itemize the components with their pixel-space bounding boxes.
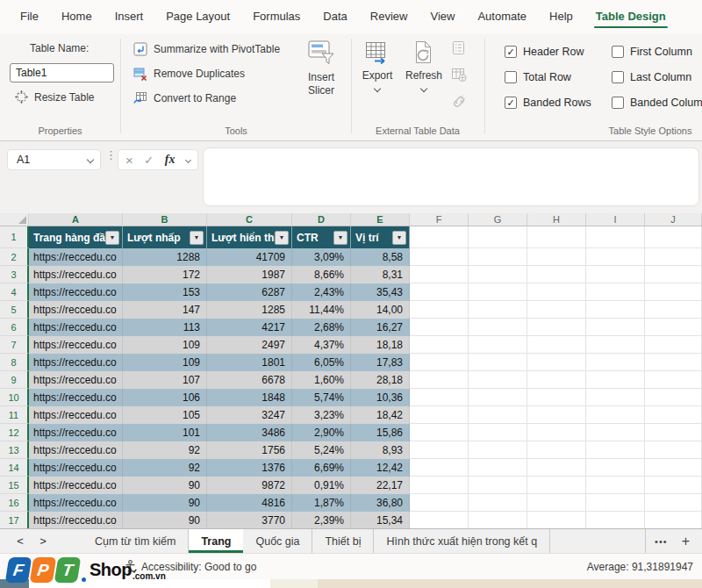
cell[interactable]: 15,86 [351,424,410,441]
cell[interactable]: https://reccedu.co [29,319,123,336]
cell[interactable] [410,512,469,528]
cell[interactable] [586,441,645,459]
cell[interactable] [645,441,702,459]
checkbox-last-column[interactable]: Last Column [612,70,702,84]
cell[interactable]: https://reccedu.co [29,371,123,389]
cell[interactable] [645,406,702,424]
cell[interactable]: 109 [123,336,207,354]
row-header-10[interactable]: 10 [0,389,29,406]
cell[interactable]: 92 [123,459,207,477]
sheet-tab-qu-c-gia[interactable]: Quốc gia [243,529,312,553]
cell[interactable] [410,406,469,424]
table-header-cell-trang-h-ng-u[interactable]: Trang hàng đầu▼ [29,226,123,248]
cell[interactable] [527,248,586,266]
filter-button[interactable]: ▼ [105,231,119,245]
formula-bar-handle[interactable]: ⋮ [105,153,117,158]
table-header-cell-l-t-nh-p[interactable]: Lượt nhấp▼ [123,226,207,248]
cell[interactable]: 3770 [207,512,292,528]
cell[interactable] [586,406,645,424]
cell[interactable] [410,283,469,301]
cell[interactable] [586,389,645,406]
row-header-1[interactable]: 1 [0,226,29,248]
menu-tab-view[interactable]: View [419,0,466,33]
cell[interactable] [527,371,586,389]
cell[interactable] [645,494,702,512]
cell[interactable]: 0,91% [292,477,351,494]
cell[interactable]: 90 [123,477,207,494]
cell[interactable]: 14,00 [351,301,410,319]
convert-to-range-button[interactable]: Convert to Range [133,91,236,105]
cell[interactable]: 18,42 [351,406,410,424]
cell[interactable] [410,424,469,441]
cell[interactable]: https://reccedu.co [29,389,123,406]
cell[interactable]: 2,68% [292,319,351,336]
cell[interactable]: 172 [123,266,207,283]
column-header-G[interactable]: G [469,213,527,226]
cell[interactable] [586,266,645,283]
cell[interactable]: 101 [123,424,207,441]
cell[interactable]: https://reccedu.co [29,301,123,319]
cell[interactable] [645,319,702,336]
cell[interactable] [469,389,527,406]
cell[interactable]: 8,31 [351,266,410,283]
cell[interactable] [645,371,702,389]
cell[interactable]: https://reccedu.co [29,336,123,354]
cell[interactable]: 1756 [207,441,292,459]
row-header-15[interactable]: 15 [0,477,29,494]
row-header-6[interactable]: 6 [0,319,29,336]
cell[interactable]: 147 [123,301,207,319]
column-header-D[interactable]: D [292,213,351,226]
menu-tab-help[interactable]: Help [538,0,584,33]
table-properties-button[interactable] [451,40,467,55]
menu-tab-file[interactable]: File [9,0,50,33]
cell[interactable] [586,512,645,528]
cell[interactable]: 106 [123,389,207,406]
table-header-cell-v-tr[interactable]: Vị trí▼ [351,226,410,248]
column-header-B[interactable]: B [123,213,207,226]
filter-button[interactable]: ▼ [333,231,347,245]
cell[interactable]: 4816 [207,494,292,512]
row-header-3[interactable]: 3 [0,266,29,283]
cell[interactable] [586,477,645,494]
sheet-tab-trang[interactable]: Trang [189,529,243,553]
cell[interactable] [410,389,469,406]
refresh-button[interactable]: Refresh [402,40,446,91]
cell[interactable] [410,248,469,266]
sheet-tab-thi-t-b[interactable]: Thiết bị [312,529,374,553]
cell[interactable] [469,283,527,301]
cell[interactable]: 1987 [207,266,292,283]
open-in-browser-button[interactable] [451,67,467,82]
checkbox-banded-column[interactable]: Banded Column [612,96,702,110]
cell[interactable]: 2,90% [292,424,351,441]
cell[interactable] [527,266,586,283]
cell[interactable]: 5,24% [292,441,351,459]
cell[interactable]: 15,34 [351,512,410,528]
more-sheets-button[interactable]: ••• [645,529,677,553]
cell[interactable] [645,226,702,248]
menu-tab-formulas[interactable]: Formulas [241,0,312,33]
cell[interactable]: 90 [123,512,207,528]
unlink-button[interactable] [451,94,467,110]
menu-tab-automate[interactable]: Automate [466,0,538,33]
cell[interactable]: 1285 [207,301,292,319]
cell[interactable] [586,226,645,248]
cell[interactable]: 4217 [207,319,292,336]
cell[interactable]: 2,39% [292,512,351,528]
cell[interactable]: https://reccedu.co [29,424,123,441]
column-header-E[interactable]: E [351,213,410,226]
table-header-cell-ctr[interactable]: CTR▼ [292,226,351,248]
column-header-I[interactable]: I [586,213,645,226]
remove-duplicates-button[interactable]: Remove Duplicates [133,67,245,81]
cell[interactable]: https://reccedu.co [29,459,123,477]
cell[interactable] [527,424,586,441]
cell[interactable]: 28,18 [351,371,410,389]
cell[interactable]: https://reccedu.co [29,266,123,283]
column-header-A[interactable]: A [29,213,123,226]
cell[interactable]: 109 [123,354,207,371]
next-sheet-button[interactable]: > [32,529,54,553]
row-header-14[interactable]: 14 [0,459,29,477]
cell[interactable] [469,477,527,494]
table-name-input[interactable] [10,63,114,82]
menu-tab-data[interactable]: Data [312,0,358,33]
cell[interactable] [469,226,527,248]
